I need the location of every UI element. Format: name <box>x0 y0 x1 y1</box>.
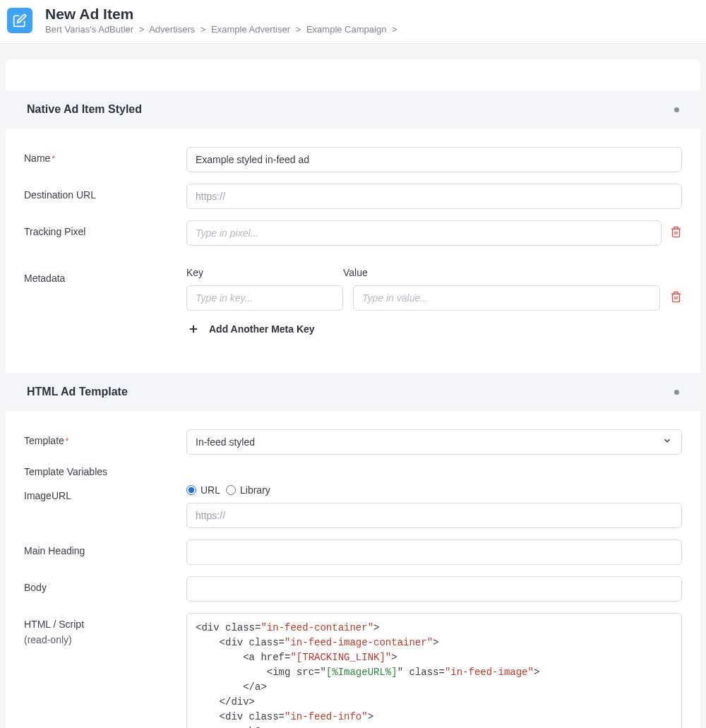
name-input[interactable] <box>186 147 682 172</box>
main-heading-label: Main Heading <box>24 539 186 556</box>
breadcrumb-item[interactable]: Example Campaign <box>306 24 386 35</box>
metadata-value-label: Value <box>343 267 682 278</box>
tracking-pixel-label: Tracking Pixel <box>24 220 186 237</box>
metadata-label: Metadata <box>24 267 186 284</box>
trash-icon[interactable] <box>670 291 682 306</box>
body-label: Body <box>24 576 186 593</box>
html-script-readonly: <div class="in-feed-container"> <div cla… <box>186 613 682 728</box>
breadcrumb-item[interactable]: Bert Varias's AdButler <box>45 24 133 35</box>
page-header: New Ad Item Bert Varias's AdButler > Adv… <box>0 0 706 44</box>
tracking-pixel-input[interactable] <box>186 220 662 246</box>
breadcrumb: Bert Varias's AdButler > Advertisers > E… <box>45 24 400 35</box>
html-script-label: HTML / Script (read-only) <box>24 613 186 645</box>
breadcrumb-item[interactable]: Advertisers <box>149 24 195 35</box>
new-ad-icon <box>7 8 32 33</box>
plus-icon <box>186 322 201 336</box>
add-meta-key-button[interactable]: Add Another Meta Key <box>186 322 682 336</box>
form-panel: Native Ad Item Styled Name* Destination … <box>6 59 700 728</box>
trash-icon[interactable] <box>670 226 682 241</box>
section-title: Native Ad Item Styled <box>27 103 142 116</box>
imageurl-input[interactable] <box>186 503 682 528</box>
metadata-key-input[interactable] <box>186 285 343 311</box>
radio-url[interactable]: URL <box>186 484 220 496</box>
destination-url-label: Destination URL <box>24 184 186 201</box>
section-header-native[interactable]: Native Ad Item Styled <box>6 90 700 129</box>
metadata-key-label: Key <box>186 267 343 278</box>
section-indicator-icon <box>674 390 679 395</box>
breadcrumb-item[interactable]: Example Advertiser <box>211 24 290 35</box>
section-title: HTML Ad Template <box>27 386 128 398</box>
template-select[interactable] <box>186 429 682 455</box>
section-indicator-icon <box>674 107 679 112</box>
template-label: Template* <box>24 429 186 446</box>
body-input[interactable] <box>186 576 682 602</box>
metadata-value-input[interactable] <box>353 285 660 311</box>
main-heading-input[interactable] <box>186 539 682 565</box>
template-variables-label: Template Variables <box>24 466 682 477</box>
imageurl-label: ImageURL <box>24 484 186 501</box>
radio-library[interactable]: Library <box>226 484 270 496</box>
section-header-html-template[interactable]: HTML Ad Template <box>6 373 700 411</box>
page-title: New Ad Item <box>45 6 400 23</box>
destination-url-input[interactable] <box>186 184 682 209</box>
name-label: Name* <box>24 147 186 164</box>
